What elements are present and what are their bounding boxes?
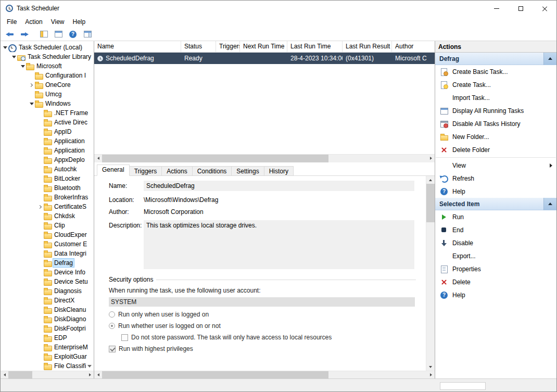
column-header-last-run-time[interactable]: Last Run Time — [287, 41, 343, 52]
tree-item-customer-e[interactable]: Customer E — [1, 239, 94, 249]
tree-item-application[interactable]: Application — [1, 136, 94, 146]
action-delete[interactable]: Delete — [435, 275, 556, 288]
collapsed-chevron-icon[interactable] — [37, 206, 43, 208]
toolbar-forward-button[interactable] — [18, 29, 31, 40]
menu-action[interactable]: Action — [21, 17, 46, 27]
scroll-left-button[interactable] — [1, 371, 8, 379]
tab-general[interactable]: General — [97, 165, 130, 176]
menu-help[interactable]: Help — [69, 17, 90, 27]
action-new-folder[interactable]: New Folder... — [435, 130, 556, 143]
tree-item-application[interactable]: Application — [1, 146, 94, 155]
tree-item-appid[interactable]: AppID — [1, 127, 94, 136]
column-header-status[interactable]: Status — [181, 41, 216, 52]
tree-item-onecore[interactable]: OneCore — [1, 80, 94, 90]
action-end[interactable]: End — [435, 223, 556, 236]
action-help[interactable]: Help — [435, 288, 556, 301]
expanded-chevron-icon[interactable] — [29, 103, 34, 105]
tab-conditions[interactable]: Conditions — [192, 166, 232, 176]
actions-section-header-defrag[interactable]: Defrag — [435, 53, 556, 65]
scrollbar-thumb[interactable] — [8, 371, 32, 379]
tree-item-device-setu[interactable]: Device Setu — [1, 277, 94, 286]
scrollbar-track[interactable] — [102, 371, 427, 379]
scrollbar-thumb[interactable] — [426, 184, 435, 222]
tree-item-brokerinfras[interactable]: BrokerInfras — [1, 193, 94, 202]
checkbox-run-with-highest-privileges[interactable] — [109, 346, 116, 352]
column-header-last-run-result[interactable]: Last Run Result — [343, 41, 392, 52]
maximize-button[interactable] — [509, 1, 533, 16]
action-delete-folder[interactable]: Delete Folder — [435, 143, 556, 156]
tree-item-file-classifi[interactable]: File Classifi — [1, 361, 94, 371]
action-refresh[interactable]: Refresh — [435, 172, 556, 185]
toolbar-export-list-button[interactable] — [52, 29, 65, 40]
tree-item-device-info[interactable]: Device Info — [1, 268, 94, 277]
scrollbar-track[interactable] — [426, 184, 435, 363]
checkbox-do-not-store-password[interactable] — [121, 334, 128, 341]
tree-item-diagnosis[interactable]: Diagnosis — [1, 286, 94, 296]
tree-item-bitlocker[interactable]: BitLocker — [1, 174, 94, 183]
tab-triggers[interactable]: Triggers — [129, 166, 162, 176]
toolbar-back-button[interactable] — [4, 29, 16, 40]
tree-item-autochk[interactable]: Autochk — [1, 165, 94, 174]
tree-item-directx[interactable]: DirectX — [1, 296, 94, 305]
action-import-task[interactable]: Import Task... — [435, 91, 556, 104]
action-disable[interactable]: Disable — [435, 236, 556, 249]
action-view[interactable]: View — [435, 159, 556, 172]
menu-view[interactable]: View — [47, 17, 69, 27]
tab-actions[interactable]: Actions — [161, 166, 192, 176]
column-header-author[interactable]: Author — [392, 41, 439, 52]
scrollbar-thumb[interactable] — [102, 155, 328, 162]
scroll-down-button[interactable] — [426, 363, 435, 371]
tab-settings[interactable]: Settings — [231, 166, 264, 176]
tree-scroll-down-button[interactable] — [86, 363, 93, 370]
tree-item-clip[interactable]: Clip — [1, 221, 94, 230]
tree-item-diskcleanu[interactable]: DiskCleanu — [1, 305, 94, 314]
column-header-name[interactable]: Name — [94, 41, 181, 52]
collapse-button[interactable] — [543, 53, 556, 65]
detail-horizontal-scrollbar[interactable] — [94, 371, 435, 378]
expanded-chevron-icon[interactable] — [2, 46, 8, 49]
column-header-triggers[interactable]: Triggers — [216, 41, 240, 52]
tree-item-active-direc[interactable]: Active Direc — [1, 118, 94, 127]
collapsed-chevron-icon[interactable] — [29, 84, 34, 86]
tab-history[interactable]: History — [264, 166, 294, 176]
tree-item-cloudexper[interactable]: CloudExper — [1, 230, 94, 239]
tree-item-bluetooth[interactable]: Bluetooth — [1, 183, 94, 193]
scroll-right-button[interactable] — [86, 371, 94, 379]
toolbar-show-action-pane-button[interactable] — [81, 29, 94, 40]
collapse-button[interactable] — [543, 198, 556, 210]
action-create-basic-task[interactable]: Create Basic Task... — [435, 65, 556, 78]
minimize-button[interactable] — [485, 1, 509, 16]
toolbar-show-console-tree-button[interactable] — [37, 29, 50, 40]
column-header-next-run-time[interactable]: Next Run Time — [240, 41, 287, 52]
scroll-left-button[interactable] — [94, 155, 102, 162]
tree-item-exploitguar[interactable]: ExploitGuar — [1, 352, 94, 361]
tree-item-edp[interactable]: EDP — [1, 333, 94, 343]
tree-item-data-integri[interactable]: Data Integri — [1, 249, 94, 258]
radio-run-only-when-logged-on[interactable] — [109, 311, 115, 318]
action-run[interactable]: Run — [435, 210, 556, 223]
tree-item-configuration-i[interactable]: Configuration I — [1, 71, 94, 80]
action-properties[interactable]: Properties — [435, 262, 556, 275]
expanded-chevron-icon[interactable] — [20, 65, 26, 68]
scroll-up-button[interactable] — [426, 176, 435, 184]
menu-file[interactable]: File — [3, 17, 21, 27]
expanded-chevron-icon[interactable] — [11, 56, 17, 58]
tree-item-defrag[interactable]: Defrag — [1, 258, 94, 268]
actions-section-header-selected-item[interactable]: Selected Item — [435, 198, 556, 210]
task-row[interactable]: ScheduledDefragReady28-4-2023 10:34:06(0… — [94, 53, 435, 64]
tree-item-task-scheduler-library[interactable]: Task Scheduler Library — [1, 52, 94, 61]
tree-item-net-frame[interactable]: .NET Frame — [1, 108, 94, 118]
tree-item-windows[interactable]: Windows — [1, 99, 94, 108]
action-help[interactable]: Help — [435, 185, 556, 198]
action-export[interactable]: Export... — [435, 249, 556, 262]
tree-item-enterprisem[interactable]: EnterpriseM — [1, 343, 94, 352]
action-create-task[interactable]: Create Task... — [435, 78, 556, 91]
tree-item-diskdiagno[interactable]: DiskDiagno — [1, 314, 94, 324]
radio-run-whether-logged-on-or-not[interactable] — [109, 323, 115, 329]
tree-item-chkdsk[interactable]: Chkdsk — [1, 211, 94, 221]
scroll-right-button[interactable] — [427, 155, 435, 162]
scrollbar-track[interactable] — [102, 155, 427, 162]
tree-item-certificates[interactable]: CertificateS — [1, 202, 94, 211]
action-disable-all-tasks-history[interactable]: Disable All Tasks History — [435, 117, 556, 130]
scrollbar-track[interactable] — [8, 371, 86, 379]
